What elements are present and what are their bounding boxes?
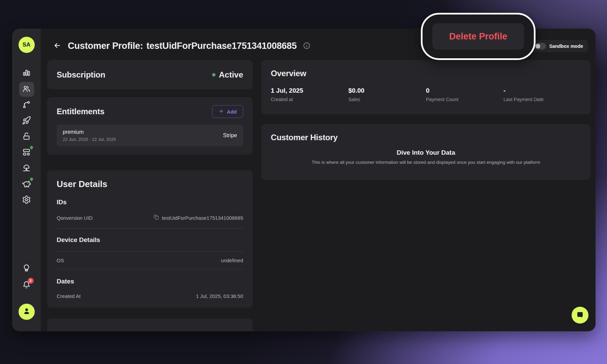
stat-payment-count: 0 Payment Count [426,87,503,102]
notification-count-badge: 2 [28,278,34,284]
chat-bubble-icon [576,311,584,320]
customer-history-title: Customer History [271,133,581,142]
overview-title: Overview [271,69,581,78]
empty-state-title: Dive Into Your Data [397,149,455,156]
os-value: undefined [221,257,243,263]
content-area: Subscription Active Entitlements Add [41,60,596,331]
sidebar-item-product-flow[interactable] [19,98,34,113]
launch-rocket-icon [22,116,31,126]
arrow-left-icon [53,41,61,51]
subscription-status: Active [212,70,243,80]
divider [57,228,243,229]
sidebar-item-revenue[interactable] [19,177,34,192]
dates-section-title: Dates [57,278,243,285]
user-account-avatar[interactable] [19,304,35,320]
customers-icon [22,84,31,95]
sidebar-item-entitlements[interactable] [19,129,34,144]
sidebar-nav [19,66,34,208]
entitlements-lock-icon [22,132,31,142]
chat-support-button[interactable] [572,307,588,324]
desktop-background: SA [0,0,607,364]
entitlement-row[interactable]: premium 22 Jun, 2025 - 22 Jul, 2025 Stri… [57,125,243,146]
sidebar: SA [12,29,41,331]
info-icon [303,42,311,51]
stat-created-at: 1 Jul, 2025 Created at [271,87,348,102]
workspace-avatar[interactable]: SA [19,37,35,53]
status-dot-icon [212,73,215,77]
sidebar-item-launch[interactable] [19,114,34,128]
customer-history-card: Customer History Dive Into Your Data Thi… [261,124,590,180]
entitlements-title: Entitlements [57,107,105,116]
sidebar-item-analytics[interactable] [19,66,34,81]
sidebar-bottom: 2 [19,262,35,320]
sidebar-item-integrations[interactable] [19,145,34,160]
back-button[interactable] [52,41,62,51]
user-details-title: User Details [57,179,243,189]
sandbox-mode-label: Sandbox mode [549,43,583,49]
left-column: Subscription Active Entitlements Add [47,60,253,331]
sidebar-item-notifications[interactable]: 2 [19,278,34,293]
user-details-card: User Details IDs Qonversion UID testUidF… [47,170,253,308]
product-flow-icon [22,100,31,111]
customer-uid: testUidForPurchase1751341008685 [146,41,297,51]
settings-gear-icon [22,195,31,206]
entitlement-source: Stripe [223,132,237,139]
next-card-partial [47,318,253,331]
analytics-icon [22,68,31,79]
stat-sales: $0.00 Sales [348,87,426,102]
ideas-lightbulb-icon [22,264,31,275]
delete-profile-button[interactable]: Delete Profile [432,23,524,50]
toggle-knob [536,44,540,49]
created-at-value: 1 Jul, 2025, 03:36:50 [196,293,243,299]
qonversion-uid-row: Qonversion UID testUidForPurchase1751341… [57,214,243,221]
right-column: Overview 1 Jul, 2025 Created at $0.00 Sa… [261,60,590,331]
device-section-title: Device Details [57,236,243,244]
os-row: OS undefined [57,257,243,263]
sidebar-item-growth[interactable] [19,161,34,176]
sidebar-item-customers[interactable] [19,82,34,97]
empty-state: Dive Into Your Data This is where all yo… [271,142,581,171]
qonversion-uid-value[interactable]: testUidForPurchase1751341008685 [153,214,243,221]
created-at-row: Created At 1 Jul, 2025, 03:36:50 [57,293,243,299]
growth-icon [22,163,31,174]
overview-card: Overview 1 Jul, 2025 Created at $0.00 Sa… [261,60,590,114]
entitlement-period: 22 Jun, 2025 - 22 Jul, 2025 [63,137,116,142]
sidebar-item-settings[interactable] [19,193,34,208]
info-button[interactable] [303,42,311,51]
overview-stats: 1 Jul, 2025 Created at $0.00 Sales 0 Pay… [271,87,581,102]
sandbox-mode-pill: Sandbox mode [531,40,588,52]
os-label: OS [57,257,64,263]
account-avatar-icon [22,307,31,317]
empty-state-description: This is where all your customer informat… [312,160,540,165]
ids-section-title: IDs [57,199,243,206]
add-entitlement-button[interactable]: Add [212,105,243,118]
page-title: Customer Profile:testUidForPurchase17513… [68,41,297,51]
qonversion-uid-label: Qonversion UID [57,215,93,221]
divider [57,251,243,252]
entitlements-card: Entitlements Add premium 22 Jun, 2025 - … [47,97,253,155]
plus-icon [219,109,224,115]
divider [57,269,243,269]
copy-icon[interactable] [153,214,159,221]
subscription-title: Subscription [57,70,105,80]
status-text: Active [219,70,243,80]
highlight-callout: Delete Profile [421,13,536,60]
app-window: SA [12,29,596,331]
sandbox-mode-toggle[interactable] [534,43,546,50]
subscription-card: Subscription Active [47,60,253,89]
integrations-icon [22,148,31,158]
stat-last-payment-date: - Last Payment Date [503,87,581,102]
sidebar-item-ideas[interactable] [19,262,34,277]
entitlement-name: premium [63,129,116,135]
created-at-label: Created At [57,293,81,299]
main-area: Customer Profile:testUidForPurchase17513… [41,29,596,331]
revenue-piggy-icon [22,179,31,190]
